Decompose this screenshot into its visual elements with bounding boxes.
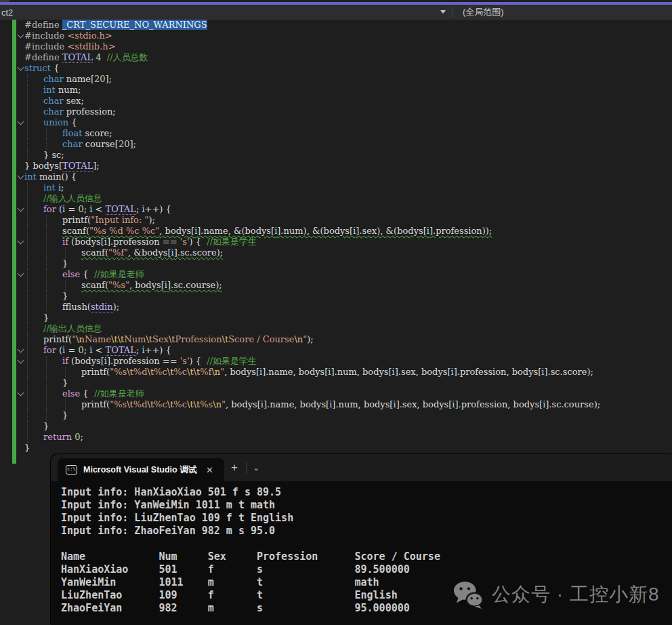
code-line: int i; xyxy=(0,182,672,193)
code-line: } xyxy=(0,410,672,421)
indent-guide xyxy=(27,150,28,161)
indent-guide xyxy=(27,74,28,85)
indent-guide xyxy=(27,269,28,280)
code-line: char sex; xyxy=(0,96,672,106)
indent-guide xyxy=(46,378,47,388)
code-line: fflush(stdin); xyxy=(0,302,672,312)
fold-chevron-icon[interactable] xyxy=(18,32,24,39)
indent-guide xyxy=(27,215,28,226)
fold-chevron-icon[interactable] xyxy=(18,64,24,71)
indent-guide xyxy=(65,280,66,291)
code-line: char profession; xyxy=(0,106,672,117)
code-line: } sc; xyxy=(0,150,672,161)
code-line: #include <stdlib.h> xyxy=(0,41,672,52)
tab-dropdown-button[interactable]: ⌄ xyxy=(247,462,266,474)
indent-guide xyxy=(65,399,66,410)
terminal-tab[interactable]: c:\ Microsoft Visual Studio 调试控制台 ✕ xyxy=(58,458,224,481)
indent-guide xyxy=(46,139,47,150)
code-line: } bodys[TOTAL]; xyxy=(0,161,672,172)
code-line: scanf("%s", bodys[i].sc.course); xyxy=(0,280,672,291)
indent-guide xyxy=(27,193,28,204)
code-line: char name[20]; xyxy=(0,74,672,85)
code-line: scanf("%s %d %c %c", bodys[i].name, &(bo… xyxy=(0,226,672,237)
fold-chevron-icon[interactable] xyxy=(18,173,24,180)
indent-guide xyxy=(27,388,28,399)
indent-guide xyxy=(27,106,28,117)
code-line: } xyxy=(0,443,672,453)
indent-guide xyxy=(27,421,28,432)
code-line: } xyxy=(0,291,672,302)
indent-guide xyxy=(27,182,28,193)
indent-guide xyxy=(27,432,28,443)
indent-guide xyxy=(27,334,28,345)
console-line: Input info: HanXiaoXiao 501 f s 89.5 xyxy=(61,486,440,499)
code-line: scanf("%f", &bodys[i].sc.score); xyxy=(0,247,672,258)
code-line: } xyxy=(0,258,672,269)
indent-guide xyxy=(27,356,28,367)
watermark: 公众号 · 工控小新8 xyxy=(453,580,659,609)
new-tab-button[interactable]: + xyxy=(224,460,245,476)
console-line: ZhaoFeiYan 982 m s 95.000000 xyxy=(61,602,440,615)
code-line: if (bodys[i].profession == 's') { //如果是学… xyxy=(0,237,672,247)
fold-chevron-icon[interactable] xyxy=(18,346,24,353)
indent-guide xyxy=(27,291,28,302)
console-output: Input info: HanXiaoXiao 501 f s 89.5Inpu… xyxy=(61,486,440,615)
editor-navigation-bar: ct2 (全局范围) xyxy=(0,5,672,20)
code-line: //输入人员信息 xyxy=(0,193,672,204)
code-line: int main() { xyxy=(0,172,672,182)
code-line: printf("\nName\t\tNum\tSex\tProfession\t… xyxy=(0,334,672,345)
code-line: else { //如果是老师 xyxy=(0,269,672,280)
code-lines-container: #define _CRT_SECURE_NO_WARNINGS#include … xyxy=(0,20,672,453)
close-icon[interactable]: ✕ xyxy=(203,464,216,477)
console-line: HanXiaoXiao 501 f s 89.500000 xyxy=(61,563,440,576)
indent-guide xyxy=(46,410,47,421)
wechat-icon xyxy=(453,580,484,609)
code-line: } xyxy=(0,421,672,432)
fold-chevron-icon[interactable] xyxy=(18,390,24,397)
indent-guide xyxy=(27,204,28,215)
code-line: #include <stdio.h> xyxy=(0,31,672,41)
code-line: } xyxy=(0,378,672,388)
indent-guide xyxy=(27,410,28,421)
terminal-tab-bar: c:\ Microsoft Visual Studio 调试控制台 ✕ + ⌄ xyxy=(51,454,672,481)
indent-guide xyxy=(46,258,47,269)
console-line: Name Num Sex Profession Score / Course xyxy=(61,550,440,563)
fold-chevron-icon[interactable] xyxy=(18,205,24,212)
code-line: printf("Input info: "); xyxy=(0,215,672,226)
code-line: union { xyxy=(0,117,672,128)
indent-guide xyxy=(27,280,28,291)
indent-guide xyxy=(46,215,47,226)
code-line: #define TOTAL 4 //人员总数 xyxy=(0,52,672,63)
indent-guide xyxy=(46,128,47,139)
fold-chevron-icon[interactable] xyxy=(18,119,24,125)
code-line: printf("%s\t%d\t%c\t%c\t\t%s\n", bodys[i… xyxy=(0,399,672,410)
chevron-down-icon xyxy=(440,10,446,14)
indent-guide xyxy=(46,388,47,399)
indent-guide xyxy=(46,356,47,367)
scope-dropdown-label: (全局范围) xyxy=(463,6,504,18)
fold-chevron-icon[interactable] xyxy=(18,270,24,277)
indent-guide xyxy=(46,280,47,291)
console-line: LiuZhenTao 109 f t English xyxy=(61,589,440,602)
fold-chevron-icon[interactable] xyxy=(18,238,24,245)
indent-guide xyxy=(46,399,47,410)
indent-guide xyxy=(27,85,28,96)
indent-guide xyxy=(27,139,28,150)
code-line: return 0; xyxy=(0,432,672,443)
indent-guide xyxy=(27,323,28,334)
indent-guide xyxy=(27,117,28,128)
indent-guide xyxy=(46,226,47,237)
indent-guide xyxy=(27,399,28,410)
fold-chevron-icon[interactable] xyxy=(18,357,24,364)
scope-dropdown[interactable]: (全局范围) xyxy=(453,5,672,20)
code-line: for (i = 0; i < TOTAL; i++) { xyxy=(0,204,672,215)
indent-guide xyxy=(27,378,28,388)
console-line: Input info: LiuZhenTao 109 f t English xyxy=(61,512,440,525)
indent-guide xyxy=(46,269,47,280)
code-line: for (i = 0; i < TOTAL; i++) { xyxy=(0,345,672,356)
console-line: YanWeiMin 1011 m t math xyxy=(61,576,440,589)
code-line: if (bodys[i].profession == 's') { //如果是学… xyxy=(0,356,672,367)
cmd-terminal-icon: c:\ xyxy=(66,465,77,475)
indent-guide xyxy=(46,237,47,247)
project-dropdown[interactable]: ct2 xyxy=(0,5,453,20)
